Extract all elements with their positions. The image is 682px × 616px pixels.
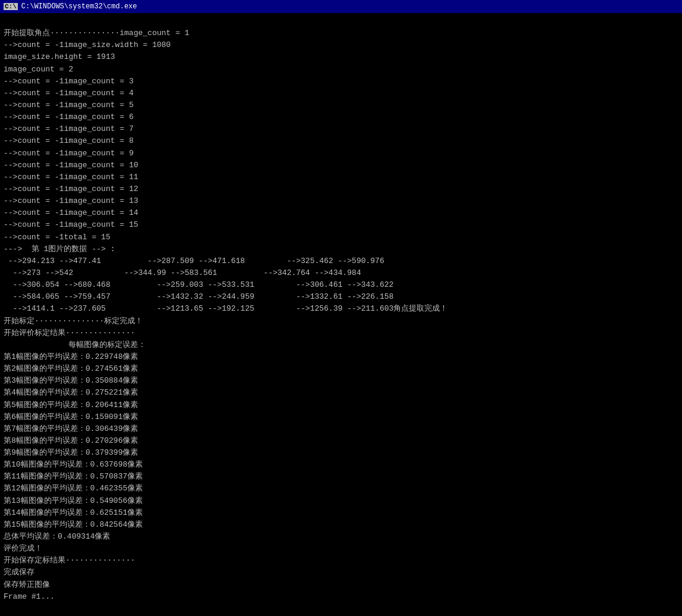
console-line: -->306.054 -->680.468 -->259.003 -->533.… — [4, 279, 678, 291]
console-line: image_count = 2 — [4, 64, 678, 76]
console-line: 每幅图像的标定误差： — [4, 339, 678, 351]
console-line: 完成保存 — [4, 567, 678, 579]
console-line: 第3幅图像的平均误差：0.350884像素 — [4, 375, 678, 387]
console-line: -->count = -1image_count = 11 — [4, 171, 678, 183]
console-line: 开始标定···············标定完成！ — [4, 315, 678, 327]
console-line: 总体平均误差：0.409314像素 — [4, 531, 678, 543]
console-line: 第7幅图像的平均误差：0.306439像素 — [4, 423, 678, 435]
console-line: 评价完成！ — [4, 543, 678, 555]
console-line: -->count = -1image_count = 7 — [4, 123, 678, 135]
console-line: -->count = -1image_count = 10 — [4, 160, 678, 171]
title-text: C:\WINDOWS\system32\cmd.exe — [21, 2, 137, 11]
console-line: -->count = -1image_count = 12 — [4, 183, 678, 195]
console-line: 开始评价标定结果··············· — [4, 327, 678, 339]
console-line: -->count = -1image_count = 8 — [4, 135, 678, 147]
console-line: -->count = -1image_count = 5 — [4, 99, 678, 111]
console-line: -->count = -1image_size.width = 1080 — [4, 39, 678, 51]
console-line: 第5幅图像的平均误差：0.206411像素 — [4, 399, 678, 411]
console-line: 第14幅图像的平均误差：0.625151像素 — [4, 507, 678, 519]
console-line: 第11幅图像的平均误差：0.570837像素 — [4, 471, 678, 483]
console-line: 第4幅图像的平均误差：0.275221像素 — [4, 387, 678, 399]
console-line: -->count = -1image_count = 13 — [4, 195, 678, 207]
console-line: 开始提取角点···············image_count = 1 — [4, 27, 678, 39]
console-line: -->count = -1image_count = 15 — [4, 219, 678, 231]
console-line: 开始保存定标结果··············· — [4, 555, 678, 567]
console-line: 保存矫正图像 — [4, 579, 678, 591]
console-line: -->294.213 -->477.41 -->287.509 -->471.6… — [4, 255, 678, 267]
console-line: 第10幅图像的平均误差：0.637698像素 — [4, 459, 678, 471]
cmd-icon: C:\ — [4, 3, 18, 10]
console-line: -->1414.1 -->237.605 -->1213.65 -->192.1… — [4, 303, 678, 315]
console-line: -->count = -1image_count = 3 — [4, 76, 678, 87]
console-line: 第12幅图像的平均误差：0.462355像素 — [4, 483, 678, 495]
console-line: 第6幅图像的平均误差：0.159091像素 — [4, 411, 678, 423]
console-line: 第9幅图像的平均误差：0.379399像素 — [4, 447, 678, 459]
console-output: 开始提取角点···············image_count = 1-->c… — [0, 13, 682, 616]
console-line: 第8幅图像的平均误差：0.270296像素 — [4, 435, 678, 447]
console-line: 第15幅图像的平均误差：0.842564像素 — [4, 519, 678, 531]
console-line: ---> 第 1图片的数据 --> : — [4, 243, 678, 255]
console-line: -->count = -1image_count = 6 — [4, 111, 678, 123]
console-line: Frame #1... — [4, 591, 678, 603]
console-line: image_size.height = 1913 — [4, 51, 678, 63]
console-line: -->count = -1image_count = 9 — [4, 148, 678, 160]
console-line: 第2幅图像的平均误差：0.274561像素 — [4, 363, 678, 375]
console-line: -->584.065 -->759.457 -->1432.32 -->244.… — [4, 291, 678, 303]
title-bar: C:\ C:\WINDOWS\system32\cmd.exe — [0, 0, 682, 13]
console-line: 第1幅图像的平均误差：0.229748像素 — [4, 351, 678, 363]
console-line: -->count = -1image_count = 14 — [4, 207, 678, 219]
console-line: 第13幅图像的平均误差：0.549056像素 — [4, 495, 678, 507]
console-line: -->273 -->542 -->344.99 -->583.561 -->34… — [4, 267, 678, 279]
console-line: -->count = -1total = 15 — [4, 232, 678, 243]
console-line: -->count = -1image_count = 4 — [4, 87, 678, 99]
